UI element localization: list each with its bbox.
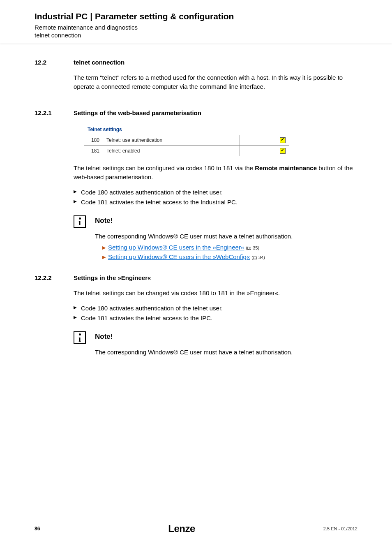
- table-header: Telnet settings: [84, 124, 289, 135]
- section-number: 12.2.2: [35, 274, 74, 281]
- text: CE user must have a telnet authorisation…: [178, 349, 293, 356]
- page-header: Industrial PC | Parameter setting & conf…: [0, 0, 392, 43]
- header-sub2: telnet connection: [35, 32, 392, 39]
- note-title: Note!: [95, 333, 113, 341]
- doc-version: 2.5 EN - 01/2012: [323, 526, 357, 531]
- list-item: Code 180 activates authentication of the…: [74, 303, 357, 313]
- note-title: Note!: [95, 217, 113, 225]
- text: ®: [173, 233, 178, 240]
- text: ®: [173, 349, 178, 356]
- section-12-2-heading: 12.2 telnet connection: [35, 59, 357, 66]
- bold-text: s: [170, 349, 173, 356]
- checkbox-checked-icon[interactable]: [280, 148, 286, 154]
- note-body: The corresponding Windows® CE user must …: [95, 232, 357, 261]
- page-ref: (🕮 34): [251, 255, 265, 260]
- header-title: Industrial PC | Parameter setting & conf…: [35, 12, 392, 21]
- text: CE user must have a telnet authorisation…: [178, 233, 293, 240]
- list-item: Code 181 activates the telnet access to …: [74, 197, 357, 207]
- table-row: 181 Telnet: enabled: [84, 146, 289, 156]
- cell-code: 180: [84, 135, 103, 146]
- table-row: 180 Telnet: use authentication: [84, 135, 289, 146]
- page-number: 34: [258, 255, 263, 260]
- section-title: telnet connection: [74, 59, 125, 66]
- cell-label: Telnet: enabled: [103, 146, 240, 156]
- arrow-icon: ▶: [102, 245, 106, 250]
- section-12-2-1-heading: 12.2.1 Settings of the web-based paramet…: [35, 109, 357, 116]
- text: The telnet settings can be configured vi…: [74, 164, 255, 171]
- note-text: The corresponding Windows® CE user must …: [95, 348, 357, 357]
- section-title: Settings in the »Engineer«: [74, 274, 151, 281]
- section-12-2-1-body: The telnet settings can be configured vi…: [74, 164, 357, 207]
- note-text: The corresponding Windows® CE user must …: [95, 232, 357, 241]
- section-number: 12.2: [35, 59, 74, 66]
- checkbox-checked-icon[interactable]: [280, 137, 286, 143]
- text: The corresponding Window: [95, 233, 170, 240]
- cell-label: Telnet: use authentication: [103, 135, 240, 146]
- cell-checkbox: [240, 146, 289, 156]
- section-12-2-body: The term "telnet" refers to a method use…: [74, 73, 357, 91]
- xref-line: ▶Setting up Windows® CE users in the »En…: [102, 244, 357, 251]
- book-icon: 🕮: [247, 246, 251, 250]
- xref-link-engineer[interactable]: Setting up Windows® CE users in the »Eng…: [108, 244, 244, 251]
- info-icon: ı: [74, 215, 86, 228]
- page-number: 86: [35, 526, 40, 532]
- info-icon: ı: [74, 331, 86, 344]
- bold-text: Remote maintenance: [255, 164, 317, 171]
- page-ref: (🕮 35): [246, 245, 259, 250]
- section-title: Settings of the web-based parameterisati…: [74, 109, 201, 116]
- book-icon: 🕮: [253, 255, 257, 260]
- cell-checkbox: [240, 135, 289, 146]
- xref-line: ▶Setting up Windows® CE users in the »We…: [102, 253, 357, 260]
- intro-paragraph: The telnet settings can be changed via c…: [74, 289, 357, 298]
- header-sub1: Remote maintenance and diagnostics: [35, 24, 392, 31]
- note-block: ı Note!: [74, 215, 357, 228]
- text: The corresponding Window: [95, 349, 170, 356]
- bullet-list: Code 180 activates authentication of the…: [74, 187, 357, 207]
- page-footer: 86 Lenze 2.5 EN - 01/2012: [0, 523, 392, 534]
- list-item: Code 181 activates the telnet access to …: [74, 313, 357, 323]
- note-block: ı Note!: [74, 331, 357, 344]
- arrow-icon: ▶: [102, 254, 106, 259]
- xref-link-webconfig[interactable]: Setting up Windows® CE users in the »Web…: [108, 253, 250, 260]
- section-12-2-2-heading: 12.2.2 Settings in the »Engineer«: [35, 274, 357, 281]
- settings-table: Telnet settings 180 Telnet: use authenti…: [84, 124, 289, 157]
- bullet-list: Code 180 activates authentication of the…: [74, 303, 357, 323]
- section-number: 12.2.1: [35, 109, 74, 116]
- cell-code: 181: [84, 146, 103, 156]
- list-item: Code 180 activates authentication of the…: [74, 187, 357, 197]
- bold-text: s: [170, 233, 173, 240]
- config-paragraph: The telnet settings can be configured vi…: [74, 164, 357, 182]
- brand-logo: Lenze: [168, 523, 195, 534]
- note-body: The corresponding Windows® CE user must …: [95, 348, 357, 357]
- content: 12.2 telnet connection The term "telnet"…: [0, 43, 392, 357]
- page-number: 35: [253, 245, 258, 250]
- telnet-settings-table: Telnet settings 180 Telnet: use authenti…: [84, 124, 289, 157]
- page: Industrial PC | Parameter setting & conf…: [0, 0, 392, 555]
- section-12-2-2-body: The telnet settings can be changed via c…: [74, 289, 357, 323]
- intro-paragraph: The term "telnet" refers to a method use…: [74, 73, 357, 91]
